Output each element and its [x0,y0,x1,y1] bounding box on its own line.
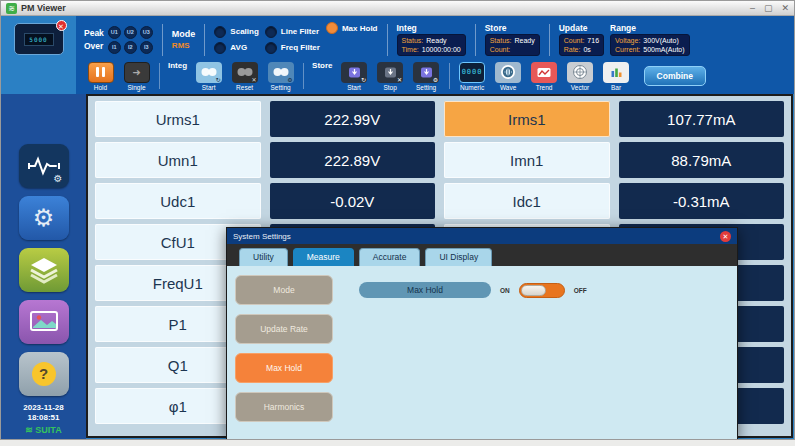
save-start-icon: ↻ [341,62,367,83]
avg-toggle[interactable]: AVG [214,42,258,54]
scales-start-icon: ↻ [196,62,222,83]
over-label: Over [84,41,104,51]
store-status-group: Store Status:Ready Count: [485,23,540,56]
param-label-urms1[interactable]: Urms1 [95,101,261,137]
mode-label: Mode [172,29,196,39]
device-display: 5000 [24,33,54,46]
image-view-icon[interactable] [19,300,69,344]
single-button[interactable]: ➜ Single [120,62,153,91]
maximize-button[interactable]: ▢ [764,4,773,13]
dialog-titlebar: System Settings ✕ [227,228,737,244]
trend-icon [531,62,557,83]
scaling-toggle[interactable]: Scaling [214,26,258,38]
peak-over-indicators: Peak Over U1 U2 U3 I1 I2 I3 [84,26,153,54]
param-value-umn1: 222.89V [270,142,436,178]
tab-measure[interactable]: Measure [293,248,354,266]
dialog-nav: Mode Update Rate Max Hold Harmonics [235,275,333,431]
titlebar: ≋ PM Viewer – ▢ ✕ [1,1,794,16]
param-label-irms1[interactable]: Irms1 [444,101,610,137]
nav-max-hold-button[interactable]: Max Hold [235,353,333,383]
param-label-umn1[interactable]: Umn1 [95,142,261,178]
mode-indicator: Mode RMS [172,29,196,50]
hold-button[interactable]: Hold [84,62,117,91]
indicator-u3: U3 [140,26,153,39]
param-value-irms1: 107.77mA [619,101,785,137]
param-label-idc1[interactable]: Idc1 [444,183,610,219]
param-value-urms1: 222.99V [270,101,436,137]
system-settings-dialog: System Settings ✕ Utility Measure Accura… [226,227,738,440]
bar-chart-icon [603,62,629,83]
integ-start-button[interactable]: ↻ Start [192,62,225,91]
freq-filter-radio-icon [265,42,277,54]
save-stop-icon: ✕ [377,62,403,83]
mini-gear-icon: ⚙ [54,173,63,184]
nav-update-rate-button[interactable]: Update Rate [235,314,333,344]
integ-group-label: Integ [168,61,187,70]
help-icon[interactable]: ? [19,352,69,396]
view-bar-button[interactable]: Bar [600,62,633,91]
view-numeric-button[interactable]: 0000 Numeric [456,62,489,91]
tab-accurate[interactable]: Accurate [359,248,421,266]
indicator-i2: I2 [124,41,137,54]
indicator-u2: U2 [124,26,137,39]
param-value-imn1: 88.79mA [619,142,785,178]
mode-value: RMS [172,41,190,50]
dialog-close-button[interactable]: ✕ [720,231,731,242]
param-value-idc1: -0.31mA [619,183,785,219]
toggle-on-label: ON [500,287,510,294]
tab-utility[interactable]: Utility [239,248,288,266]
minimize-button[interactable]: – [750,4,755,13]
dialog-tabs: Utility Measure Accurate UI Display [227,244,737,266]
peak-label: Peak [84,28,104,38]
integ-setting-button[interactable]: ⚙ Setting [264,62,297,91]
app-logo-icon: ≋ [6,3,17,14]
freq-filter-toggle[interactable]: Freq Filter [265,42,320,54]
save-setting-icon: ⚙ [413,62,439,83]
combine-button[interactable]: Combine [644,66,706,86]
store-start-button[interactable]: ↻ Start [338,62,371,91]
layers-icon[interactable] [19,248,69,292]
nav-mode-button[interactable]: Mode [235,275,333,305]
max-hold-radio-icon [326,22,338,34]
view-wave-button[interactable]: Wave [492,62,525,91]
dialog-title: System Settings [233,232,291,241]
sidebar: ⚙ ⚙ ? 2023-11-28 18:08:51 ≋ SUITA [1,94,86,439]
header: 5000 ✕ Peak Over U1 U2 U3 [1,16,794,94]
brand-logo: ≋ SUITA [23,425,63,435]
settings-icon[interactable]: ⚙ [19,196,69,240]
arrow-right-icon: ➜ [124,62,150,83]
max-hold-toggle[interactable]: Max Hold [326,22,378,34]
app-window: ≋ PM Viewer – ▢ ✕ 5000 ✕ Peak Over [0,0,795,440]
store-setting-button[interactable]: ⚙ Setting [410,62,443,91]
scaling-radio-icon [214,26,226,38]
tab-ui-display[interactable]: UI Display [425,248,492,266]
window-title: PM Viewer [21,3,66,13]
measure-config-icon[interactable]: ⚙ [19,144,69,188]
indicator-u1: U1 [108,26,121,39]
pause-icon [88,62,114,83]
param-label-udc1[interactable]: Udc1 [95,183,261,219]
avg-radio-icon [214,42,226,54]
status-time: 18:08:51 [23,413,63,423]
device-disconnect-badge: ✕ [56,20,67,31]
status-date: 2023-11-28 [23,403,63,413]
max-hold-setting-label: Max Hold [359,282,491,298]
indicator-i3: I3 [140,41,153,54]
line-filter-radio-icon [265,26,277,38]
numeric-display-icon: 0000 [459,62,485,83]
nav-harmonics-button[interactable]: Harmonics [235,392,333,422]
max-hold-switch[interactable] [519,283,565,298]
line-filter-toggle[interactable]: Line Filter [265,26,320,38]
store-stop-button[interactable]: ✕ Stop [374,62,407,91]
integ-reset-button[interactable]: ✕ Reset [228,62,261,91]
param-label-imn1[interactable]: Imn1 [444,142,610,178]
close-button[interactable]: ✕ [781,4,789,13]
toggle-off-label: OFF [574,287,587,294]
scales-reset-icon: ✕ [232,62,258,83]
view-vector-button[interactable]: Vector [564,62,597,91]
view-trend-button[interactable]: Trend [528,62,561,91]
switch-knob [521,285,546,296]
param-value-udc1: -0.02V [270,183,436,219]
device-status-icon[interactable]: 5000 ✕ [14,23,64,55]
update-status-group: Update Count:716 Rate:0s [559,23,604,56]
